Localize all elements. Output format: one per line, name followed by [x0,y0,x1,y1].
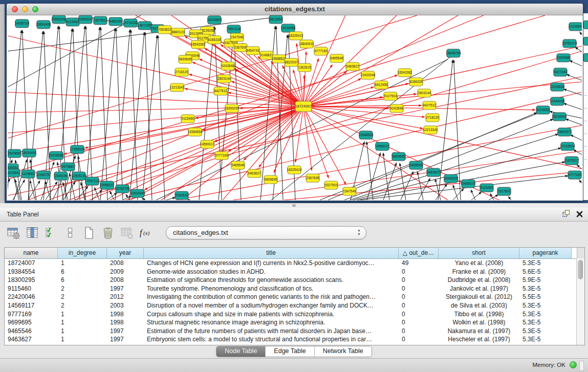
graph-node-label: 9777169 [314,49,328,53]
table-cell: 0 [399,318,439,327]
table-cell: 5.3E-5 [519,335,572,344]
memory-status-icon[interactable] [570,361,577,368]
column-header-in_degree[interactable]: in_degree [58,248,107,258]
vertical-scrollbar[interactable] [576,258,584,345]
table-settings-icon[interactable] [6,226,20,240]
table-cell: 5.3E-5 [519,318,572,327]
graph-edge [297,43,303,106]
graph-node-label: 8822037 [285,60,298,64]
graph-edge [101,27,107,200]
table-cell: 18300295 [5,276,58,285]
citation-network-graph[interactable]: 1405572420691406205533469115460106532471… [8,15,582,200]
new-file-icon[interactable] [82,226,96,240]
table-cell: 5.3E-5 [519,310,572,319]
row-height-icon[interactable] [63,226,77,240]
graph-node-label: 9242848 [221,64,234,68]
table-cell: Tourette syndrome. Phenomenology and cla… [144,285,399,293]
column-header-short[interactable]: short [439,248,519,258]
graph-edge [49,106,303,200]
node-table: namein_degreeyeartitle△ out_de…shortpage… [4,247,585,345]
table-cell: Disruption of a novel member of a sodium… [144,301,399,310]
graph-node-label: 2367608 [234,46,247,49]
graph-node-label: 12505135 [72,174,86,178]
graph-node-label: 15751074 [562,41,577,45]
graph-node-label: 2530533 [175,193,188,197]
table-row[interactable]: 911546021997Tourette syndrome. Phenomeno… [5,285,584,293]
graph-node [583,20,588,29]
float-panel-icon[interactable] [562,210,570,220]
close-panel-icon[interactable] [576,210,583,220]
graph-node-label: 9463627 [248,171,261,175]
table-cell: 0 [399,285,439,293]
graph-edge [303,106,582,169]
graph-edge [303,75,398,106]
scrollbar-thumb[interactable] [578,260,583,279]
table-cell: Genome-wide association studies in ADHD. [144,268,399,276]
table-cell: 19384554 [5,268,58,276]
graph-edge [8,106,303,133]
tab-node-table[interactable]: Node Table [216,346,266,357]
dropdown-value: citations_edges.txt [173,229,228,236]
table-row[interactable]: 946362711997Embryonic stem cells: a mode… [5,335,584,344]
graph-edge [508,196,511,200]
tab-network-table[interactable]: Network Table [315,346,372,357]
graph-node-label: 16648784 [446,51,461,55]
table-row[interactable]: 1872400712008Changes of HCN gene express… [5,259,584,268]
table-cell: 0 [399,301,439,310]
table-row[interactable]: 1456911722003Disruption of a novel membe… [5,301,584,310]
graph-node-label: 16543382 [191,42,206,46]
table-row[interactable]: 969969511998Structural magnetic resonanc… [5,318,584,327]
svg-text:(x): (x) [143,230,150,236]
table-cell: 0 [399,310,439,319]
graph-node-label: 7663822 [158,28,171,31]
table-cell: 6 [58,276,107,285]
function-icon[interactable]: f(x) [139,226,153,240]
column-header-out_de[interactable]: △ out_de… [399,248,439,258]
table-cell: 1998 [107,310,144,319]
graph-node-label: 17957223 [85,179,100,183]
graph-edge [8,179,10,200]
column-header-name[interactable]: name [5,248,58,258]
panel-splitter[interactable] [0,203,588,208]
network-view-canvas[interactable]: 1405572420691406205533469115460106532471… [8,15,582,200]
table-row[interactable]: 977716911998Corpus callosum shape and si… [5,310,584,319]
column-header-year[interactable]: year [107,248,144,258]
graph-node [583,37,588,46]
table-cell: Estimation of significance thresholds fo… [144,276,399,285]
graph-node-label: 9127503 [384,94,397,98]
table-column-icon[interactable] [25,226,39,240]
graph-edge [100,28,115,200]
network-window[interactable]: citations_edges.txt 14055724206914062055… [6,3,583,201]
table-body: 1872400712008Changes of HCN gene express… [5,259,584,345]
table-cell: 1 [58,327,107,336]
network-desktop: citations_edges.txt 14055724206914062055… [0,0,588,203]
table-select-dropdown[interactable]: citations_edges.txt▲▼ [166,226,366,239]
delete-icon[interactable] [101,226,115,240]
graph-edge [353,148,561,200]
status-bar: Memory: OK [0,358,588,372]
column-header-title[interactable]: title [144,248,399,258]
table-row[interactable]: 2242004622012Investigating the contribut… [5,293,584,301]
select-rows-icon[interactable] [44,226,58,240]
graph-node-label: 12444158 [550,99,565,103]
graph-node-label: 9777169 [215,154,228,157]
network-window-titlebar[interactable]: citations_edges.txt [7,4,583,15]
resize-grip[interactable] [579,361,584,371]
table-row[interactable]: 946554611997Estimation of the future num… [5,327,584,336]
graph-node-label: 9329966 [557,56,570,59]
table-panel-header: Table Panel [0,208,588,222]
table-row[interactable]: 1938455462009Genome-wide association stu… [5,268,584,276]
delete-table-icon[interactable] [120,226,134,240]
graph-edge [145,32,152,200]
table-row[interactable]: 1830029562008Estimation of significance … [5,276,584,285]
table-cell: 1997 [107,285,144,293]
graph-edge [143,198,145,200]
graph-node-label: 19958107 [100,183,115,187]
graph-node-label: 12103594 [569,25,582,28]
graph-edge [565,119,582,125]
table-cell: 1 [58,335,107,344]
column-header-pagerank[interactable]: pagerank [519,248,572,258]
graph-node-label: 9227343 [554,70,567,74]
table-cell: 0 [399,276,439,285]
tab-edge-table[interactable]: Edge Table [266,346,314,357]
